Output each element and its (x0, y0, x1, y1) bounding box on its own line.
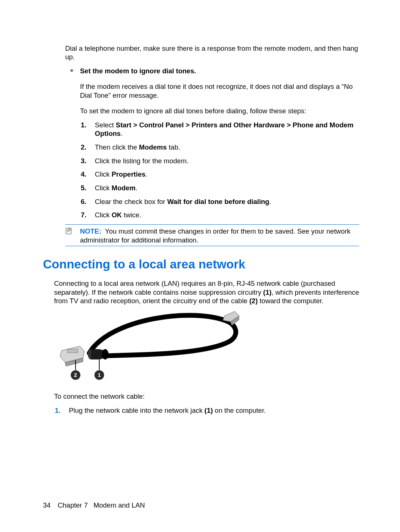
section-heading: Connecting to a local area network (43, 257, 359, 272)
step-text: Select Start > Control Panel > Printers … (95, 121, 354, 138)
step-6: 6. Clear the check box for Wait for dial… (80, 197, 359, 206)
step-5: 5. Click Modem. (80, 184, 359, 193)
note-text: You must commit these changes in order f… (80, 227, 350, 244)
step-text: Click OK twice. (95, 211, 141, 219)
lan-paragraph-1: Connecting to a local area network (LAN)… (54, 279, 359, 305)
bullet-paragraph-2: To set the modem to ignore all dial tone… (80, 107, 359, 116)
cable-figure: 2 1 (54, 311, 239, 385)
svg-rect-8 (91, 349, 99, 359)
note-callout: NOTE: You must commit these changes in o… (65, 224, 359, 246)
step-number: 3. (81, 157, 86, 165)
svg-point-9 (102, 349, 109, 359)
step-number: 6. (81, 197, 86, 206)
chapter-label: Chapter 7 Modem and LAN (58, 501, 145, 509)
step-text: Click Modem. (95, 184, 137, 192)
bullet-paragraph-1: If the modem receives a dial tone it doe… (80, 82, 359, 100)
step-1: 1. Select Start > Control Panel > Printe… (80, 121, 359, 138)
step-text: Plug the network cable into the network … (69, 406, 266, 414)
step-text: Then click the Modems tab. (95, 143, 180, 151)
step-text: Click Properties. (95, 170, 147, 178)
intro-paragraph: Dial a telephone number, make sure there… (65, 44, 359, 61)
step-number: 1. (81, 121, 86, 130)
lan-paragraph-2: To connect the network cable: (54, 392, 359, 401)
step-text: Clear the check box for Wait for dial to… (95, 198, 271, 205)
note-rule-bottom (65, 246, 359, 246)
note-body: NOTE: You must commit these changes in o… (80, 227, 350, 244)
callout-1: 1 (98, 372, 101, 378)
bullet-icon (70, 69, 73, 72)
lan-numbered-list: 1. Plug the network cable into the netwo… (54, 406, 359, 415)
step-number: 5. (81, 184, 86, 193)
page-number: 34 (43, 501, 51, 510)
step-number: 4. (81, 170, 86, 179)
step-text: Click the listing for the modem. (95, 157, 189, 165)
step-number: 1. (55, 406, 60, 415)
document-page: Dial a telephone number, make sure there… (0, 0, 400, 532)
callout-2: 2 (74, 372, 77, 378)
note-label: NOTE: (80, 227, 101, 235)
svg-rect-5 (67, 349, 78, 353)
step-3: 3. Click the listing for the modem. (80, 157, 359, 165)
bullet-item: Set the modem to ignore dial tones. (65, 67, 359, 76)
bullet-heading: Set the modem to ignore dial tones. (80, 67, 196, 75)
note-row: NOTE: You must commit these changes in o… (65, 227, 359, 244)
lan-step-1: 1. Plug the network cable into the netwo… (54, 406, 359, 415)
note-icon (65, 227, 73, 234)
step-4: 4. Click Properties. (80, 170, 359, 179)
numbered-list: 1. Select Start > Control Panel > Printe… (80, 121, 359, 220)
page-footer: 34 Chapter 7 Modem and LAN (43, 501, 145, 510)
step-number: 2. (81, 143, 86, 152)
step-number: 7. (81, 211, 86, 220)
step-7: 7. Click OK twice. (80, 211, 359, 220)
step-2: 2. Then click the Modems tab. (80, 143, 359, 152)
note-rule-top (65, 224, 359, 225)
